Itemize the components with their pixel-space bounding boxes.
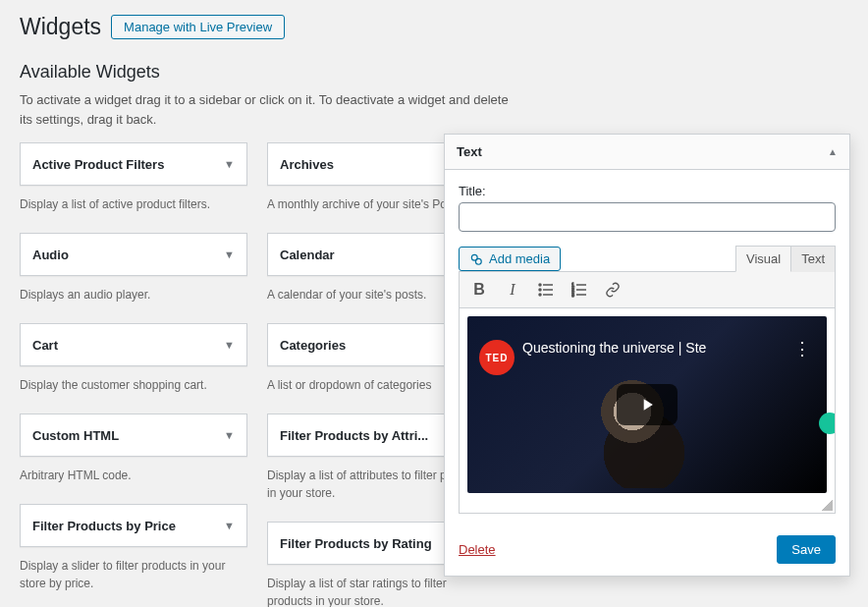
- italic-button[interactable]: I: [503, 280, 522, 300]
- text-widget-header: Text: [457, 144, 482, 159]
- manage-live-preview-button[interactable]: Manage with Live Preview: [111, 15, 285, 39]
- title-input[interactable]: [459, 202, 836, 232]
- widget-title: Filter Products by Price: [32, 519, 176, 533]
- resize-handle-icon[interactable]: [821, 499, 833, 511]
- widget-desc: Display the customer shopping cart.: [20, 366, 247, 414]
- editor-toolbar: B I 123: [459, 271, 836, 307]
- widget-title: Custom HTML: [32, 428, 119, 443]
- delete-link[interactable]: Delete: [459, 542, 496, 557]
- add-media-button[interactable]: Add media: [459, 247, 561, 271]
- chevron-down-icon: ▼: [224, 429, 235, 441]
- title-label: Title:: [459, 184, 836, 198]
- video-title: Questioning the universe | Ste: [522, 340, 778, 356]
- svg-text:3: 3: [571, 292, 574, 298]
- widget-desc: Display a list of active product filters…: [20, 186, 247, 233]
- widget-audio[interactable]: Audio▼: [20, 233, 247, 276]
- available-widgets-help: To activate a widget drag it to a sideba…: [20, 90, 511, 129]
- bold-button[interactable]: B: [469, 280, 489, 300]
- ted-badge: TED: [479, 340, 515, 375]
- link-button[interactable]: [603, 280, 623, 300]
- video-menu-icon[interactable]: ⋮: [793, 344, 811, 354]
- chevron-down-icon: ▼: [224, 520, 235, 531]
- svg-point-2: [539, 284, 541, 286]
- play-button[interactable]: [617, 384, 678, 425]
- widget-title: Cart: [32, 338, 58, 353]
- widget-title: Audio: [32, 248, 69, 262]
- page-title: Widgets: [20, 14, 101, 40]
- widget-title: Filter Products by Rating: [280, 536, 432, 551]
- chevron-down-icon: ▼: [224, 248, 235, 260]
- available-widgets-heading: Available Widgets: [20, 62, 848, 83]
- chevron-down-icon: ▼: [224, 158, 235, 170]
- widget-filter-products-by-price[interactable]: Filter Products by Price▼: [20, 504, 247, 547]
- svg-point-1: [475, 258, 481, 264]
- text-widget-panel: Text ▲ Title: Add media Visual Text B I: [444, 134, 850, 577]
- widget-desc: Arbitrary HTML code.: [20, 457, 247, 504]
- media-icon: [469, 252, 483, 266]
- widget-custom-html[interactable]: Custom HTML▼: [20, 414, 247, 457]
- tab-visual[interactable]: Visual: [735, 246, 791, 272]
- tab-text[interactable]: Text: [791, 246, 836, 272]
- svg-point-6: [539, 294, 541, 296]
- widget-title: Filter Products by Attri...: [280, 428, 428, 443]
- save-button[interactable]: Save: [777, 535, 836, 564]
- add-media-label: Add media: [489, 251, 550, 266]
- widget-desc: Display a slider to filter products in y…: [20, 547, 247, 607]
- widget-title: Calendar: [280, 248, 335, 262]
- bullet-list-button[interactable]: [536, 280, 556, 300]
- widget-title: Archives: [280, 157, 334, 172]
- widget-cart[interactable]: Cart▼: [20, 323, 247, 366]
- numbered-list-button[interactable]: 123: [570, 280, 589, 300]
- widget-title: Active Product Filters: [32, 157, 164, 172]
- grammarly-icon[interactable]: [819, 413, 836, 434]
- widget-title: Categories: [280, 338, 346, 353]
- svg-point-4: [539, 289, 541, 291]
- widget-desc: Displays an audio player.: [20, 276, 247, 323]
- collapse-icon[interactable]: ▲: [828, 146, 838, 157]
- chevron-down-icon: ▼: [224, 339, 235, 351]
- editor-content[interactable]: TED Questioning the universe | Ste ⋮: [459, 307, 836, 514]
- embedded-video[interactable]: TED Questioning the universe | Ste ⋮: [467, 316, 827, 493]
- widget-active-product-filters[interactable]: Active Product Filters▼: [20, 142, 247, 186]
